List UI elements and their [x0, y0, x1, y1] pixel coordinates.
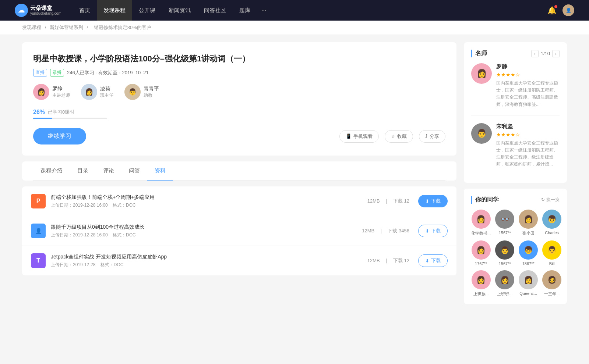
classmate-name: Charles [545, 231, 559, 235]
teachers-sidebar-header: 名师 ‹ 1/10 › [471, 50, 560, 57]
classmate-item[interactable]: 👩 化学教书... [471, 210, 491, 236]
resource-stats-2: 12MB ｜ 下载 3456 [360, 228, 411, 234]
share-label: 分享 [430, 133, 439, 140]
classmates-title: 你的同学 [471, 196, 499, 204]
teachers-row: 👩 罗静 主讲老师 👩 凌荷 班主任 👨 青青平 [33, 84, 445, 100]
resource-item-3: T Jetpack全组件实战 开发短视频应用高仿皮皮虾App 上传日期：2019… [22, 246, 456, 275]
sidebar-teacher-desc-2: 国内某重点大学安全工程专业硕士，国家一级注册消防工程师、注册安全工程师、级注册建… [496, 140, 560, 168]
classmate-name: Queenz... [519, 291, 537, 296]
stars-2: ★★★★☆ [496, 132, 560, 138]
nav-qa[interactable]: 问答社区 [197, 0, 233, 21]
classmate-item[interactable]: 👨 1567** [495, 240, 514, 266]
classmate-name: 一三年... [544, 291, 560, 297]
share-button[interactable]: ⤴ 分享 [419, 130, 445, 143]
download-button-3[interactable]: ⬇ 下载 [418, 254, 448, 267]
breadcrumb-series[interactable]: 新媒体营销系列 [50, 25, 83, 30]
content-right: 名师 ‹ 1/10 › 👩 罗静 ★★★★☆ 国内某重点大学安全工程专业硕士，国… [464, 42, 567, 310]
classmate-name: Bill [549, 261, 555, 266]
resource-downloads-2: 下载 3456 [388, 228, 409, 233]
classmate-item[interactable]: 👩 张小田 [519, 210, 538, 236]
nav-news[interactable]: 新闻资讯 [162, 0, 197, 21]
classmate-item[interactable]: 👓 1567** [495, 210, 514, 236]
teachers-pagination: ‹ 1/10 › [531, 50, 560, 57]
download-button-2[interactable]: ⬇ 下载 [418, 225, 448, 237]
nav-discover[interactable]: 发现课程 [97, 0, 132, 21]
sidebar-teacher-desc-1: 国内某重点大学安全工程专业硕士，国家一级注册消防工程师、注册安全工程师、高级注册… [496, 80, 560, 108]
resource-format-2: 格式：DOC [113, 232, 136, 238]
classmate-name: 化学教书... [471, 231, 491, 236]
classmate-item[interactable]: 👩 上班族... [471, 270, 491, 297]
page-current: 1/10 [541, 51, 550, 56]
classmate-item[interactable]: 👦 1867** [519, 240, 538, 266]
resource-info-1: 前端全栈加强版！前端全栈+全周期+多端应用 上传日期：2019-12-28 16… [51, 194, 366, 208]
classmate-name: 1867** [522, 261, 535, 266]
notification-dot [554, 5, 557, 8]
tab-comments[interactable]: 评论 [96, 161, 121, 180]
classmate-item[interactable]: 👩 上班班... [495, 270, 514, 297]
tab-intro[interactable]: 课程介绍 [33, 161, 70, 180]
tab-qa[interactable]: 问答 [121, 161, 147, 180]
breadcrumb-discover[interactable]: 发现课程 [22, 25, 41, 30]
teacher-2: 👩 凌荷 班主任 [81, 84, 113, 100]
download-button-1[interactable]: ⬇ 下载 [418, 195, 448, 207]
classmate-name: 1767** [475, 261, 487, 266]
classmate-name: 1567** [499, 231, 511, 235]
resource-date-3: 上传日期：2019-12-28 [51, 262, 95, 267]
teacher-3: 👨 青青平 助教 [124, 84, 159, 100]
progress-label: 26% 已学习0课时 [33, 109, 445, 115]
classmate-avatar: 👩 [472, 240, 491, 260]
classmate-avatar: 👩 [519, 210, 538, 229]
teacher-name-2: 凌荷 [100, 86, 113, 92]
bell-icon[interactable]: 🔔 [547, 6, 557, 15]
sidebar-teacher-avatar-2: 👨 [471, 123, 492, 144]
continue-button[interactable]: 继续学习 [33, 128, 86, 144]
share-icon: ⤴ [425, 133, 428, 139]
classmate-name: 上班班... [497, 291, 512, 297]
collect-icon: ☆ [391, 133, 395, 139]
user-avatar[interactable]: 👤 [562, 4, 574, 16]
breadcrumb: 发现课程 / 新媒体营销系列 / 销冠修炼术搞定80%的客户 [0, 21, 589, 35]
progress-section: 26% 已学习0课时 [33, 109, 445, 119]
resource-date-2: 上传日期：2019-12-28 16:00 [51, 232, 108, 238]
refresh-classmates-button[interactable]: ↻ 换一换 [541, 197, 560, 203]
classmate-item[interactable]: 🧔 一三年... [542, 270, 561, 297]
mobile-label: 手机观看 [353, 133, 373, 140]
classmate-avatar: 👦 [519, 240, 538, 260]
classmate-item[interactable]: 👨 Bill [542, 240, 561, 266]
breadcrumb-current: 销冠修炼术搞定80%的客户 [94, 25, 151, 30]
logo-main: 云朵课堂 [30, 5, 61, 11]
resource-format-1: 格式：DOC [113, 203, 136, 208]
classmate-avatar: 👨 [542, 240, 561, 260]
prev-page-button[interactable]: ‹ [531, 50, 539, 57]
classmate-item[interactable]: 👩 Queenz... [519, 270, 538, 297]
tag-live: 直播 [33, 69, 47, 76]
next-page-button[interactable]: › [552, 50, 560, 57]
nav-quiz[interactable]: 题库 [233, 0, 257, 21]
resource-title-1: 前端全栈加强版！前端全栈+全周期+多端应用 [51, 194, 366, 201]
classmate-item[interactable]: 👦 Charles [542, 210, 561, 236]
resource-info-3: Jetpack全组件实战 开发短视频应用高仿皮皮虾App 上传日期：2019-1… [51, 254, 366, 268]
nav-home[interactable]: 首页 [73, 0, 97, 21]
tab-contents[interactable]: 目录 [70, 161, 96, 180]
tab-resources[interactable]: 资料 [147, 161, 173, 180]
classmate-name: 上班族... [473, 291, 489, 297]
refresh-icon: ↻ [541, 197, 545, 202]
collect-button[interactable]: ☆ 收藏 [385, 130, 413, 143]
logo[interactable]: ☁ 云朵课堂 yunduoketang.com [15, 4, 61, 17]
mobile-watch-button[interactable]: 📱 手机观看 [339, 130, 379, 143]
resource-icon-1: P [31, 194, 46, 208]
progress-bar-bg [33, 118, 107, 119]
resource-downloads-3: 下载 12 [393, 258, 409, 263]
teachers-sidebar-title: 名师 [471, 50, 487, 57]
classmate-item[interactable]: 👩 1767** [471, 240, 491, 266]
logo-icon: ☁ [15, 4, 28, 17]
resource-icon-2: 👤 [31, 224, 46, 238]
progress-bar-fill [33, 118, 52, 119]
download-icon-3: ⬇ [425, 258, 429, 264]
classmate-avatar: 👩 [472, 270, 491, 289]
nav-public[interactable]: 公开课 [132, 0, 162, 21]
resource-meta-2: 上传日期：2019-12-28 16:00 格式：DOC [51, 232, 360, 238]
nav-more[interactable]: ··· [257, 7, 271, 14]
action-row: 继续学习 📱 手机观看 ☆ 收藏 ⤴ 分享 [33, 128, 445, 144]
course-title: 明星中教授课，小学阶段语法100分–强化级第1讲动词（一） [33, 53, 445, 64]
